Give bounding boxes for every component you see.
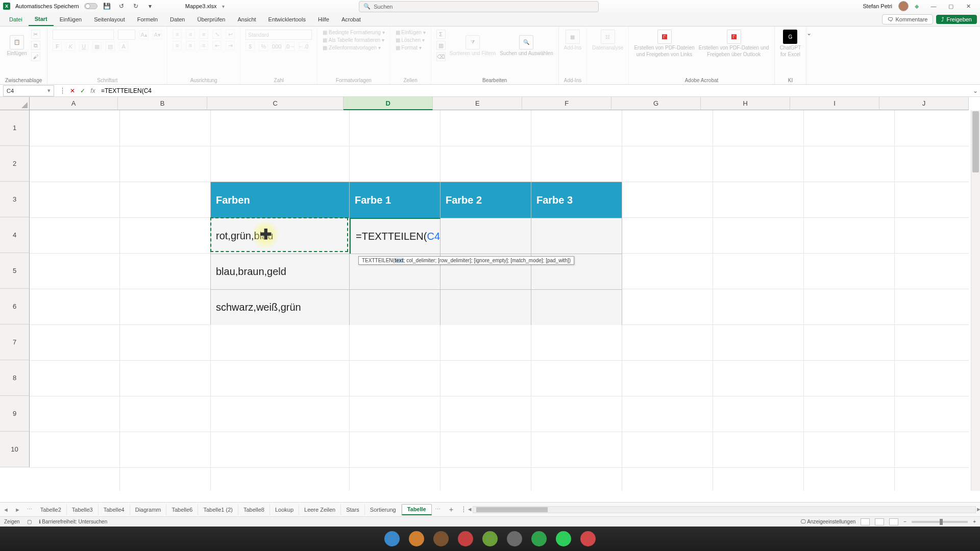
zoom-in-icon[interactable]: + — [973, 519, 976, 524]
tab-home[interactable]: Start — [29, 12, 54, 26]
align-bottom-icon[interactable]: ≡ — [199, 30, 208, 39]
new-sheet-button[interactable]: ＋ — [444, 505, 459, 514]
cell-styles-button[interactable]: ▦ Zellenformatvorlagen ▾ — [323, 45, 381, 51]
column-header-I[interactable]: I — [790, 97, 879, 110]
taskbar-app-icon[interactable] — [580, 531, 596, 546]
tab-nav-next-icon[interactable]: ► — [12, 507, 23, 513]
chatgpt-button[interactable]: G ChatGPT for Excel — [780, 30, 801, 57]
search-box[interactable]: 🔍 Suchen — [359, 1, 599, 12]
row-header-5[interactable]: 5 — [0, 253, 30, 289]
decrease-font-icon[interactable]: A▾ — [153, 30, 162, 39]
indent-increase-icon[interactable]: ⇥ — [226, 41, 235, 50]
orientation-icon[interactable]: ⤡ — [212, 30, 222, 39]
format-painter-icon[interactable]: 🖌 — [31, 52, 40, 61]
row-header-9[interactable]: 9 — [0, 396, 30, 432]
table-cell[interactable]: =TEXTTEILEN(C4 — [350, 218, 440, 254]
row-header-1[interactable]: 1 — [0, 110, 30, 146]
thousands-icon[interactable]: 000 — [272, 42, 281, 51]
row-header-8[interactable]: 8 — [0, 360, 30, 396]
column-header-D[interactable]: D — [344, 97, 433, 110]
row-header-6[interactable]: 6 — [0, 289, 30, 324]
column-header-C[interactable]: C — [207, 97, 344, 110]
vertical-scrollbar[interactable] — [971, 110, 980, 491]
tab-insert[interactable]: Einfügen — [54, 12, 88, 26]
taskbar-app-icon[interactable] — [482, 531, 498, 546]
table-cell[interactable] — [531, 218, 622, 254]
macro-record-icon[interactable]: ▢ — [27, 519, 32, 524]
sheet-tab[interactable]: Leere Zeilen — [299, 504, 341, 515]
tab-data[interactable]: Daten — [164, 12, 191, 26]
tab-nav-more-icon[interactable]: ⋯ — [23, 506, 35, 513]
tab-acrobat[interactable]: Acrobat — [335, 12, 367, 26]
collapse-ribbon-icon[interactable]: ⌄ — [806, 30, 812, 37]
cancel-formula-icon[interactable]: ✕ — [67, 87, 78, 94]
taskbar-app-icon[interactable] — [531, 531, 547, 546]
sheet-tab[interactable]: Tabelle1 (2) — [198, 504, 238, 515]
accessibility-status[interactable]: ℹ Barrierefreiheit: Untersuchen — [39, 519, 108, 524]
taskbar-app-icon[interactable] — [433, 531, 449, 546]
zoom-out-icon[interactable]: − — [903, 519, 906, 524]
sheet-tab[interactable]: Lookup — [270, 504, 299, 515]
indent-decrease-icon[interactable]: ⇤ — [212, 41, 222, 50]
function-arguments-tooltip[interactable]: TEXTTEILEN(text; col_delimiter; [row_del… — [358, 256, 574, 265]
redo-icon[interactable]: ↻ — [131, 2, 140, 11]
qat-dropdown-icon[interactable]: ▾ — [145, 2, 155, 11]
acrobat-share-outlook-button[interactable]: 🅿 Erstellen von PDF-Dateien und Freigebe… — [699, 30, 769, 57]
column-header-H[interactable]: H — [701, 97, 790, 110]
sheet-tab[interactable]: Tabelle — [402, 504, 432, 515]
horizontal-scrollbar[interactable]: ◄ ► — [473, 506, 976, 513]
sort-filter-button[interactable]: ⧩ Sortieren und Filtern — [450, 35, 496, 56]
format-as-table-button[interactable]: ▦ Als Tabelle formatieren ▾ — [323, 37, 384, 43]
taskbar-app-icon[interactable] — [384, 531, 400, 546]
row-header-2[interactable]: 2 — [0, 146, 30, 182]
borders-icon[interactable]: ▦ — [92, 42, 102, 51]
align-left-icon[interactable]: ≡ — [173, 41, 182, 50]
paste-button[interactable]: 📋 Einfügen — [7, 35, 27, 56]
tab-view[interactable]: Ansicht — [231, 12, 262, 26]
save-icon[interactable]: 💾 — [103, 2, 112, 11]
underline-icon[interactable]: U — [79, 42, 88, 51]
column-header-B[interactable]: B — [118, 97, 207, 110]
number-format-combo[interactable]: Standard — [246, 30, 312, 40]
align-right-icon[interactable]: ≡ — [199, 41, 208, 50]
table-header[interactable]: Farbe 1 — [350, 182, 440, 218]
column-header-G[interactable]: G — [611, 97, 701, 110]
analysis-button[interactable]: ☷ Datenanalyse — [592, 30, 623, 51]
currency-icon[interactable]: $ — [246, 42, 255, 51]
page-layout-view-icon[interactable] — [875, 518, 884, 525]
sheet-tab[interactable]: Tabelle6 — [166, 504, 198, 515]
copy-icon[interactable]: ⧉ — [31, 41, 40, 50]
table-header[interactable]: Farbe 2 — [440, 182, 531, 218]
addins-button[interactable]: ▦ Add-Ins — [564, 30, 581, 51]
font-name-combo[interactable] — [53, 30, 114, 40]
conditional-formatting-button[interactable]: ▦ Bedingte Formatierung ▾ — [323, 30, 384, 35]
table-cell[interactable] — [531, 289, 622, 325]
document-name[interactable]: Mappe3.xlsx — [185, 3, 217, 9]
close-button[interactable]: ✕ — [960, 0, 977, 12]
dec-decimal-icon[interactable]: ←.0 — [299, 42, 308, 51]
italic-icon[interactable]: K — [66, 42, 75, 51]
tab-formulas[interactable]: Formeln — [131, 12, 164, 26]
page-break-view-icon[interactable] — [889, 518, 898, 525]
zoom-slider[interactable] — [912, 521, 968, 523]
table-cell[interactable] — [440, 289, 531, 325]
row-header-4[interactable]: 4 — [0, 217, 30, 253]
name-box[interactable]: C4▾ — [3, 85, 54, 96]
taskbar-app-icon[interactable] — [556, 531, 571, 546]
bold-icon[interactable]: F — [53, 42, 62, 51]
taskbar-app-icon[interactable] — [507, 531, 522, 546]
fill-icon[interactable]: ▥ — [436, 41, 446, 50]
tab-page-layout[interactable]: Seitenlayout — [88, 12, 131, 26]
autosum-icon[interactable]: Σ — [436, 30, 446, 39]
share-button[interactable]: ⤴ Freigeben — [936, 15, 977, 24]
formula-input[interactable]: =TEXTTEILEN(C4 — [98, 87, 971, 94]
tab-help[interactable]: Hilfe — [312, 12, 335, 26]
table-header[interactable]: Farbe 3 — [531, 182, 622, 218]
tab-nav-prev-icon[interactable]: ◄ — [0, 507, 12, 513]
undo-icon[interactable]: ↺ — [117, 2, 126, 11]
comments-button[interactable]: 🗨 Kommentare — [882, 14, 933, 24]
minimize-button[interactable]: — — [925, 0, 942, 12]
row-header-7[interactable]: 7 — [0, 324, 30, 360]
inc-decimal-icon[interactable]: .0→ — [285, 42, 295, 51]
expand-formula-bar-icon[interactable]: ⌄ — [971, 87, 980, 94]
